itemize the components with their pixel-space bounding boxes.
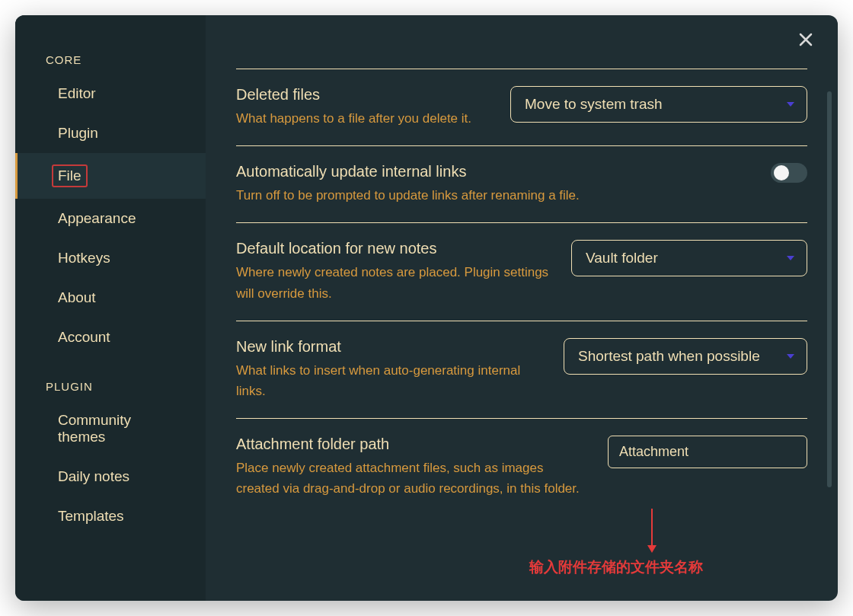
setting-title: New link format [236,338,548,356]
attachment-path-input[interactable] [608,436,807,468]
close-button[interactable] [797,32,815,50]
setting-title: Deleted files [236,86,495,104]
chevron-down-icon [787,354,794,359]
sidebar-item-file[interactable]: File [15,153,206,199]
setting-description: Place newly created attachment files, su… [236,458,586,499]
scrollbar-thumb[interactable] [827,91,832,487]
sidebar-item-daily-notes[interactable]: Daily notes [15,457,206,496]
sidebar-item-templates[interactable]: Templates [15,496,206,536]
setting-title: Automatically update internal links [236,163,746,180]
sidebar-section-core: CORE [15,46,206,74]
settings-modal: CORE Editor Plugin File Appearance Hotke… [15,15,838,601]
chevron-down-icon [787,102,794,107]
setting-description: What happens to a file after you delete … [236,108,495,129]
sidebar-section-plugin: PLUGIN [15,372,206,401]
toggle-knob [774,165,789,180]
scrollbar[interactable] [827,91,832,586]
settings-sidebar: CORE Editor Plugin File Appearance Hotke… [15,15,206,601]
chevron-down-icon [787,256,794,260]
setting-title: Attachment folder path [236,436,586,453]
setting-description: What links to insert when auto-generatin… [236,360,548,401]
close-icon [798,32,813,47]
new-link-format-dropdown[interactable]: Shortest path when possible [564,338,807,375]
sidebar-item-community-themes[interactable]: Community themes [15,401,206,457]
setting-title: Default location for new notes [236,240,556,257]
setting-attachment-path: Attachment folder path Place newly creat… [236,418,807,515]
annotation-text: 输入附件存储的文件夹名称 [529,557,703,577]
sidebar-item-plugin[interactable]: Plugin [15,113,206,153]
sidebar-item-editor[interactable]: Editor [15,74,206,113]
setting-auto-update-links: Automatically update internal links Turn… [236,145,807,222]
deleted-files-dropdown[interactable]: Move to system trash [510,86,807,123]
sidebar-item-account[interactable]: Account [15,318,206,357]
default-location-dropdown[interactable]: Vault folder [571,240,807,276]
setting-new-link-format: New link format What links to insert whe… [236,321,807,418]
annotation-arrow [647,509,657,553]
setting-deleted-files: Deleted files What happens to a file aft… [236,69,807,145]
setting-description: Where newly created notes are placed. Pl… [236,262,556,303]
sidebar-item-appearance[interactable]: Appearance [15,199,206,238]
setting-description: Turn off to be prompted to update links … [236,185,746,206]
sidebar-item-hotkeys[interactable]: Hotkeys [15,238,206,278]
settings-content: Deleted files What happens to a file aft… [206,15,838,601]
auto-update-links-toggle[interactable] [771,163,807,183]
sidebar-item-about[interactable]: About [15,278,206,318]
setting-default-location: Default location for new notes Where new… [236,222,807,320]
